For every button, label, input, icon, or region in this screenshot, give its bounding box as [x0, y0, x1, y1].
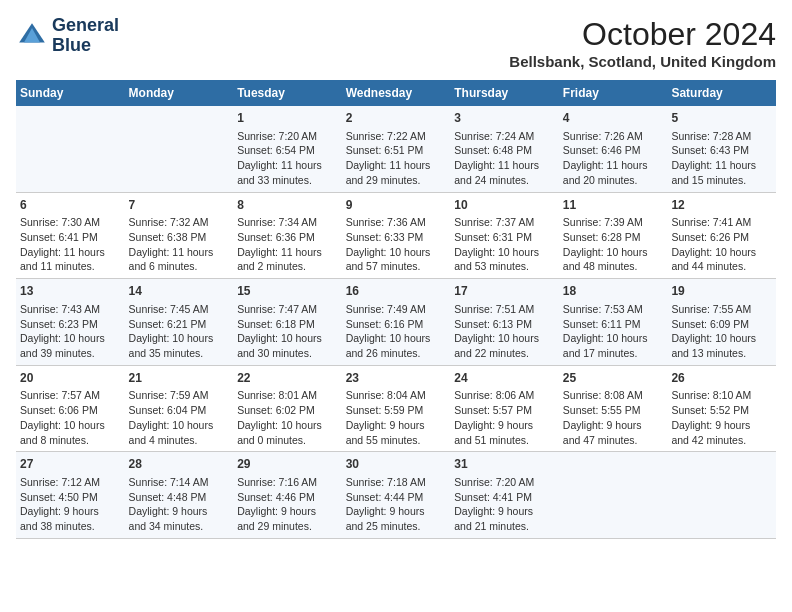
- day-info: Sunrise: 8:01 AM Sunset: 6:02 PM Dayligh…: [237, 388, 338, 447]
- column-header-tuesday: Tuesday: [233, 80, 342, 106]
- calendar-week-row: 1Sunrise: 7:20 AM Sunset: 6:54 PM Daylig…: [16, 106, 776, 192]
- calendar-cell: 16Sunrise: 7:49 AM Sunset: 6:16 PM Dayli…: [342, 279, 451, 366]
- day-number: 20: [20, 370, 121, 387]
- day-info: Sunrise: 7:32 AM Sunset: 6:38 PM Dayligh…: [129, 215, 230, 274]
- calendar-cell: 24Sunrise: 8:06 AM Sunset: 5:57 PM Dayli…: [450, 365, 559, 452]
- calendar-cell: [667, 452, 776, 539]
- day-info: Sunrise: 7:36 AM Sunset: 6:33 PM Dayligh…: [346, 215, 447, 274]
- day-number: 27: [20, 456, 121, 473]
- calendar-cell: 19Sunrise: 7:55 AM Sunset: 6:09 PM Dayli…: [667, 279, 776, 366]
- day-info: Sunrise: 7:16 AM Sunset: 4:46 PM Dayligh…: [237, 475, 338, 534]
- day-info: Sunrise: 7:47 AM Sunset: 6:18 PM Dayligh…: [237, 302, 338, 361]
- day-number: 16: [346, 283, 447, 300]
- calendar-cell: 8Sunrise: 7:34 AM Sunset: 6:36 PM Daylig…: [233, 192, 342, 279]
- month-title: October 2024: [509, 16, 776, 53]
- calendar-cell: 6Sunrise: 7:30 AM Sunset: 6:41 PM Daylig…: [16, 192, 125, 279]
- calendar-cell: 21Sunrise: 7:59 AM Sunset: 6:04 PM Dayli…: [125, 365, 234, 452]
- calendar-cell: 10Sunrise: 7:37 AM Sunset: 6:31 PM Dayli…: [450, 192, 559, 279]
- calendar-cell: 28Sunrise: 7:14 AM Sunset: 4:48 PM Dayli…: [125, 452, 234, 539]
- calendar-cell: 23Sunrise: 8:04 AM Sunset: 5:59 PM Dayli…: [342, 365, 451, 452]
- calendar-cell: 20Sunrise: 7:57 AM Sunset: 6:06 PM Dayli…: [16, 365, 125, 452]
- calendar-cell: 11Sunrise: 7:39 AM Sunset: 6:28 PM Dayli…: [559, 192, 668, 279]
- day-number: 21: [129, 370, 230, 387]
- day-number: 18: [563, 283, 664, 300]
- day-number: 8: [237, 197, 338, 214]
- day-info: Sunrise: 7:20 AM Sunset: 6:54 PM Dayligh…: [237, 129, 338, 188]
- day-number: 3: [454, 110, 555, 127]
- calendar-cell: 17Sunrise: 7:51 AM Sunset: 6:13 PM Dayli…: [450, 279, 559, 366]
- day-info: Sunrise: 7:30 AM Sunset: 6:41 PM Dayligh…: [20, 215, 121, 274]
- calendar-cell: 1Sunrise: 7:20 AM Sunset: 6:54 PM Daylig…: [233, 106, 342, 192]
- calendar-cell: 5Sunrise: 7:28 AM Sunset: 6:43 PM Daylig…: [667, 106, 776, 192]
- day-info: Sunrise: 7:41 AM Sunset: 6:26 PM Dayligh…: [671, 215, 772, 274]
- calendar-week-row: 20Sunrise: 7:57 AM Sunset: 6:06 PM Dayli…: [16, 365, 776, 452]
- day-info: Sunrise: 7:45 AM Sunset: 6:21 PM Dayligh…: [129, 302, 230, 361]
- calendar-cell: 15Sunrise: 7:47 AM Sunset: 6:18 PM Dayli…: [233, 279, 342, 366]
- calendar-week-row: 6Sunrise: 7:30 AM Sunset: 6:41 PM Daylig…: [16, 192, 776, 279]
- day-info: Sunrise: 8:06 AM Sunset: 5:57 PM Dayligh…: [454, 388, 555, 447]
- day-number: 10: [454, 197, 555, 214]
- day-number: 24: [454, 370, 555, 387]
- logo-icon: [16, 20, 48, 52]
- logo-text: General Blue: [52, 16, 119, 56]
- day-info: Sunrise: 7:57 AM Sunset: 6:06 PM Dayligh…: [20, 388, 121, 447]
- calendar-cell: 27Sunrise: 7:12 AM Sunset: 4:50 PM Dayli…: [16, 452, 125, 539]
- calendar-week-row: 27Sunrise: 7:12 AM Sunset: 4:50 PM Dayli…: [16, 452, 776, 539]
- calendar-cell: 2Sunrise: 7:22 AM Sunset: 6:51 PM Daylig…: [342, 106, 451, 192]
- column-header-saturday: Saturday: [667, 80, 776, 106]
- day-info: Sunrise: 7:28 AM Sunset: 6:43 PM Dayligh…: [671, 129, 772, 188]
- day-info: Sunrise: 7:24 AM Sunset: 6:48 PM Dayligh…: [454, 129, 555, 188]
- day-number: 14: [129, 283, 230, 300]
- day-number: 7: [129, 197, 230, 214]
- day-info: Sunrise: 7:49 AM Sunset: 6:16 PM Dayligh…: [346, 302, 447, 361]
- day-info: Sunrise: 7:59 AM Sunset: 6:04 PM Dayligh…: [129, 388, 230, 447]
- day-info: Sunrise: 7:22 AM Sunset: 6:51 PM Dayligh…: [346, 129, 447, 188]
- calendar-cell: 25Sunrise: 8:08 AM Sunset: 5:55 PM Dayli…: [559, 365, 668, 452]
- location-title: Bellsbank, Scotland, United Kingdom: [509, 53, 776, 70]
- day-info: Sunrise: 8:04 AM Sunset: 5:59 PM Dayligh…: [346, 388, 447, 447]
- logo: General Blue: [16, 16, 119, 56]
- calendar-table: SundayMondayTuesdayWednesdayThursdayFrid…: [16, 80, 776, 539]
- column-header-sunday: Sunday: [16, 80, 125, 106]
- day-number: 28: [129, 456, 230, 473]
- calendar-cell: 12Sunrise: 7:41 AM Sunset: 6:26 PM Dayli…: [667, 192, 776, 279]
- day-number: 12: [671, 197, 772, 214]
- calendar-cell: 7Sunrise: 7:32 AM Sunset: 6:38 PM Daylig…: [125, 192, 234, 279]
- calendar-cell: 13Sunrise: 7:43 AM Sunset: 6:23 PM Dayli…: [16, 279, 125, 366]
- calendar-cell: [559, 452, 668, 539]
- day-number: 15: [237, 283, 338, 300]
- day-number: 5: [671, 110, 772, 127]
- column-header-monday: Monday: [125, 80, 234, 106]
- calendar-cell: [16, 106, 125, 192]
- day-number: 6: [20, 197, 121, 214]
- calendar-cell: 26Sunrise: 8:10 AM Sunset: 5:52 PM Dayli…: [667, 365, 776, 452]
- day-info: Sunrise: 8:10 AM Sunset: 5:52 PM Dayligh…: [671, 388, 772, 447]
- calendar-cell: 30Sunrise: 7:18 AM Sunset: 4:44 PM Dayli…: [342, 452, 451, 539]
- day-info: Sunrise: 7:37 AM Sunset: 6:31 PM Dayligh…: [454, 215, 555, 274]
- column-header-thursday: Thursday: [450, 80, 559, 106]
- day-info: Sunrise: 7:20 AM Sunset: 4:41 PM Dayligh…: [454, 475, 555, 534]
- day-number: 23: [346, 370, 447, 387]
- calendar-cell: 22Sunrise: 8:01 AM Sunset: 6:02 PM Dayli…: [233, 365, 342, 452]
- column-header-wednesday: Wednesday: [342, 80, 451, 106]
- day-number: 2: [346, 110, 447, 127]
- day-info: Sunrise: 7:43 AM Sunset: 6:23 PM Dayligh…: [20, 302, 121, 361]
- calendar-cell: 4Sunrise: 7:26 AM Sunset: 6:46 PM Daylig…: [559, 106, 668, 192]
- calendar-week-row: 13Sunrise: 7:43 AM Sunset: 6:23 PM Dayli…: [16, 279, 776, 366]
- calendar-cell: 14Sunrise: 7:45 AM Sunset: 6:21 PM Dayli…: [125, 279, 234, 366]
- calendar-cell: 18Sunrise: 7:53 AM Sunset: 6:11 PM Dayli…: [559, 279, 668, 366]
- page-header: General Blue October 2024 Bellsbank, Sco…: [16, 16, 776, 70]
- day-info: Sunrise: 7:18 AM Sunset: 4:44 PM Dayligh…: [346, 475, 447, 534]
- day-number: 22: [237, 370, 338, 387]
- day-number: 19: [671, 283, 772, 300]
- day-info: Sunrise: 7:53 AM Sunset: 6:11 PM Dayligh…: [563, 302, 664, 361]
- calendar-cell: 31Sunrise: 7:20 AM Sunset: 4:41 PM Dayli…: [450, 452, 559, 539]
- calendar-cell: 3Sunrise: 7:24 AM Sunset: 6:48 PM Daylig…: [450, 106, 559, 192]
- day-number: 25: [563, 370, 664, 387]
- day-info: Sunrise: 7:26 AM Sunset: 6:46 PM Dayligh…: [563, 129, 664, 188]
- day-number: 30: [346, 456, 447, 473]
- day-number: 11: [563, 197, 664, 214]
- day-info: Sunrise: 8:08 AM Sunset: 5:55 PM Dayligh…: [563, 388, 664, 447]
- day-number: 1: [237, 110, 338, 127]
- day-number: 31: [454, 456, 555, 473]
